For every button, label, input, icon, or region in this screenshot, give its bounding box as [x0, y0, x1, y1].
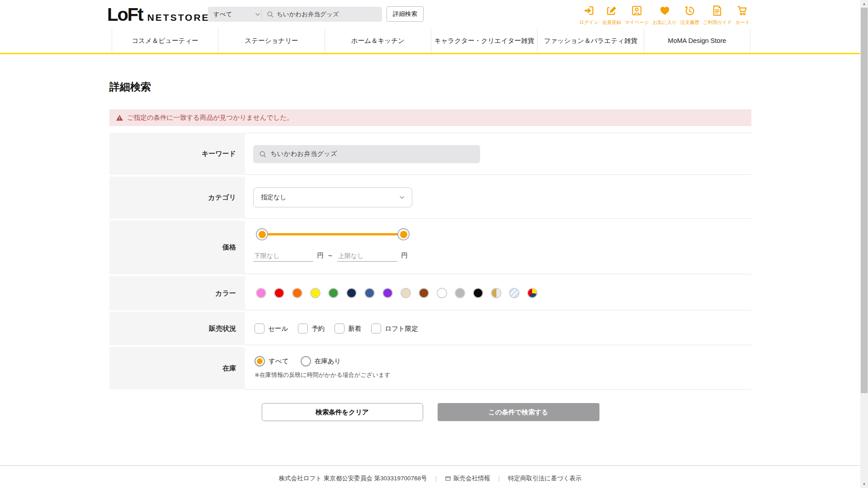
search-category-value: すべて	[213, 10, 254, 19]
stock-row: 在庫 すべて在庫あり ※在庫情報の反映に時間がかかる場合がございます	[109, 347, 751, 389]
quick-link-label: 注文履歴	[680, 19, 699, 26]
quick-link-label: お気に入り	[652, 19, 676, 26]
color-swatch-orange[interactable]	[292, 288, 302, 298]
main-nav-items: コスメ＆ビューティーステーショナリーホーム＆キッチンキャラクター・クリエイター雑…	[112, 28, 750, 53]
color-swatch-pink[interactable]	[256, 288, 266, 298]
radio-icon[interactable]	[301, 356, 311, 366]
footer-link-label: 販売会社情報	[453, 474, 490, 483]
header-search-input[interactable]	[277, 11, 382, 18]
scrollbar-up-arrow[interactable]: ▲	[860, 0, 868, 8]
color-swatch-navy[interactable]	[346, 288, 357, 298]
color-swatch-gray[interactable]	[455, 288, 465, 298]
color-swatch-gold-silver[interactable]	[491, 288, 501, 298]
checkbox-icon[interactable]	[255, 324, 264, 333]
loft-logo[interactable]: LoFt NETSTORE	[107, 6, 210, 23]
slider-track	[262, 233, 404, 235]
color-swatch-black[interactable]	[473, 288, 483, 298]
category-select[interactable]: 指定なし	[253, 188, 412, 207]
category-label: カテゴリ	[109, 177, 245, 219]
sales-status-option-0[interactable]: セール	[255, 324, 288, 333]
main-content: 詳細検索 ご指定の条件に一致する商品が見つかりませんでした。 キーワード カテゴ…	[109, 80, 751, 421]
keyword-input-wrap	[253, 145, 480, 163]
page-scrollbar: ▲ ▼	[860, 0, 868, 488]
color-swatch-brown[interactable]	[419, 288, 429, 298]
radio-selected-icon[interactable]	[255, 356, 265, 366]
clear-search-button[interactable]: 検索条件をクリア	[262, 403, 423, 421]
keyword-input[interactable]	[270, 150, 475, 158]
login-icon	[583, 5, 595, 19]
footer-links: |販売会社情報|特定商取引法に基づく表示	[435, 474, 582, 483]
warning-icon	[116, 114, 123, 122]
nav-item-2[interactable]: ホーム＆キッチン	[325, 28, 431, 53]
scrollbar-thumb[interactable]	[861, 8, 868, 393]
stock-option-1[interactable]: 在庫あり	[301, 356, 341, 366]
stock-label: 在庫	[109, 347, 245, 389]
quick-link-cart[interactable]: カート	[736, 5, 750, 26]
footer-link-0[interactable]: 販売会社情報	[445, 474, 490, 483]
price-min-input[interactable]	[253, 250, 313, 262]
search-divider	[261, 10, 262, 19]
sales-status-option-2[interactable]: 新着	[335, 324, 361, 333]
search-category-select[interactable]: すべて	[208, 10, 261, 19]
mypage-icon	[631, 5, 643, 19]
checkbox-icon[interactable]	[298, 324, 308, 333]
color-swatch-yellow[interactable]	[310, 288, 321, 298]
footer-divider: |	[498, 475, 500, 482]
history-icon	[684, 5, 696, 19]
radio-label: すべて	[269, 357, 289, 366]
sales-status-option-1[interactable]: 予約	[298, 324, 325, 333]
nav-item-3[interactable]: キャラクター・クリエイター雑貨	[431, 28, 537, 53]
search-icon	[259, 150, 267, 158]
footer-link-1[interactable]: 特定商取引法に基づく表示	[508, 474, 582, 483]
quick-link-label: カート	[736, 19, 750, 26]
register-icon	[605, 5, 618, 19]
checkbox-label: 予約	[311, 324, 325, 333]
window-icon	[445, 475, 451, 482]
nav-item-1[interactable]: ステーショナリー	[218, 28, 324, 53]
scrollbar-down-arrow[interactable]: ▼	[860, 480, 868, 488]
chevron-down-icon	[398, 194, 406, 201]
quick-link-history[interactable]: 注文履歴	[680, 5, 699, 26]
sales-status-option-3[interactable]: ロフト限定	[371, 324, 418, 333]
quick-link-guide[interactable]: ご利用ガイド	[703, 5, 732, 26]
price-max-input[interactable]	[337, 250, 397, 262]
quick-link-label: ログイン	[579, 19, 599, 26]
quick-link-label: ご利用ガイド	[703, 19, 732, 26]
header-search-bar: すべて	[208, 7, 382, 22]
quick-link-heart[interactable]: お気に入り	[652, 5, 676, 26]
color-row: カラー	[109, 276, 751, 310]
color-swatch-white[interactable]	[437, 288, 447, 298]
color-label: カラー	[109, 276, 245, 310]
alert-text: ご指定の条件に一致する商品が見つかりませんでした。	[127, 113, 293, 122]
sales-status-label: 販売状況	[109, 312, 245, 345]
nav-item-5[interactable]: MoMA Design Store	[644, 28, 750, 53]
footer-link-label: 特定商取引法に基づく表示	[508, 474, 582, 483]
quick-link-login[interactable]: ログイン	[579, 5, 599, 26]
category-select-value: 指定なし	[261, 193, 398, 202]
quick-link-mypage[interactable]: マイページ	[625, 5, 649, 26]
quick-link-label: マイページ	[625, 19, 649, 26]
stock-options: すべて在庫あり	[255, 356, 751, 366]
slider-handle-min[interactable]	[256, 228, 268, 240]
keyword-label: キーワード	[109, 133, 245, 175]
advanced-search-button[interactable]: 詳細検索	[387, 6, 424, 22]
color-swatches	[256, 288, 538, 298]
search-icon	[266, 10, 274, 18]
price-range-slider	[256, 228, 410, 240]
color-swatch-purple[interactable]	[382, 288, 393, 298]
color-swatch-blue[interactable]	[364, 288, 375, 298]
nav-item-0[interactable]: コスメ＆ビューティー	[112, 28, 218, 53]
submit-search-button[interactable]: この条件で検索する	[438, 403, 599, 421]
checkbox-icon[interactable]	[371, 324, 381, 333]
color-swatch-multicolor[interactable]	[527, 288, 538, 298]
price-max-unit: 円	[401, 251, 408, 262]
color-swatch-clear[interactable]	[509, 288, 519, 298]
stock-option-0[interactable]: すべて	[255, 356, 289, 366]
color-swatch-green[interactable]	[328, 288, 339, 298]
nav-item-4[interactable]: ファッション＆バラエティ雑貨	[537, 28, 643, 53]
slider-handle-max[interactable]	[397, 228, 410, 240]
quick-link-register[interactable]: 会員登録	[602, 5, 621, 26]
color-swatch-red[interactable]	[274, 288, 284, 298]
checkbox-icon[interactable]	[335, 324, 344, 333]
color-swatch-beige[interactable]	[401, 288, 411, 298]
